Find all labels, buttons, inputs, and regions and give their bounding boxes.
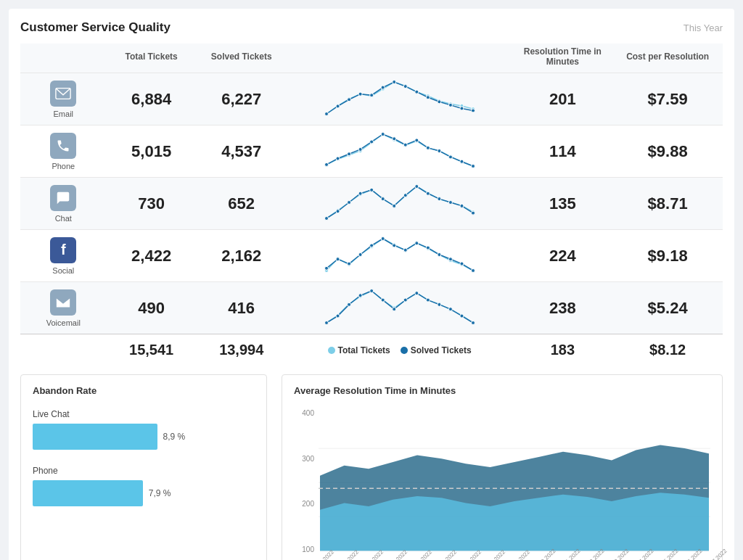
social-total-tickets: 2,422 [107, 230, 197, 282]
bar-fill-0 [33, 424, 157, 450]
metrics-table: Total Tickets Solved Tickets Resolution … [20, 44, 723, 363]
voicemail-total-tickets: 490 [107, 282, 197, 334]
bottom-section: Abandon Rate Live Chat8,9 %Phone7,9 % Av… [20, 374, 723, 560]
social-cost: $9.18 [612, 230, 723, 282]
svg-point-53 [437, 149, 440, 153]
bar-value-0: 8,9 % [163, 432, 186, 442]
page-title: Customer Service Quality [20, 20, 171, 35]
svg-point-19 [369, 94, 373, 97]
social-sparkline [287, 230, 513, 282]
social-solved-tickets: 2,162 [197, 230, 287, 282]
svg-point-78 [403, 194, 407, 197]
email-total-tickets: 6,884 [107, 73, 197, 125]
svg-point-15 [324, 112, 328, 116]
bar-item-1: Phone7,9 % [33, 466, 255, 506]
svg-point-52 [426, 146, 430, 149]
svg-point-139 [460, 314, 464, 318]
svg-point-45 [347, 152, 350, 156]
svg-point-103 [369, 244, 373, 247]
svg-point-20 [381, 86, 385, 89]
phone-sparkline [287, 125, 513, 178]
email-solved-tickets: 6,227 [197, 73, 287, 125]
svg-point-101 [347, 262, 350, 265]
svg-point-72 [336, 210, 340, 213]
svg-point-56 [471, 165, 475, 168]
svg-point-55 [460, 160, 464, 163]
svg-point-100 [336, 258, 340, 261]
bar-track-0: 8,9 % [33, 424, 255, 450]
chat-cost: $8.71 [612, 178, 723, 230]
channel-cell-phone: Phone [20, 125, 107, 178]
chat-label: Chat [55, 214, 72, 223]
chat-resolution-time: 135 [512, 178, 612, 230]
voicemail-sparkline [287, 282, 513, 334]
svg-point-138 [448, 308, 452, 311]
svg-point-73 [347, 201, 350, 205]
svg-point-26 [448, 103, 452, 107]
bar-fill-1 [33, 480, 143, 506]
email-cost: $7.59 [612, 73, 723, 125]
table-row: Chat730652135$8.71 [20, 178, 723, 230]
svg-point-21 [392, 81, 395, 84]
svg-point-48 [381, 133, 385, 136]
svg-point-133 [392, 308, 395, 311]
area-chart-svg [319, 409, 710, 554]
col-header-solved: Solved Tickets [197, 44, 287, 73]
abandon-rate-title: Abandon Rate [33, 385, 255, 396]
voicemail-cost: $5.24 [612, 282, 723, 334]
phone-cost: $9.88 [612, 125, 723, 178]
svg-point-80 [426, 192, 430, 195]
chat-total-tickets: 730 [107, 178, 197, 230]
chat-icon [50, 185, 76, 211]
voicemail-label: Voicemail [46, 318, 81, 327]
voicemail-icon [50, 289, 76, 316]
svg-point-43 [324, 162, 328, 166]
chat-sparkline [287, 178, 513, 230]
svg-point-25 [437, 100, 440, 104]
resolution-time-avg: 183 [512, 334, 612, 363]
svg-point-105 [392, 244, 395, 247]
voicemail-resolution-time: 238 [512, 282, 612, 334]
svg-point-99 [324, 266, 328, 270]
y-label-100: 100 [294, 545, 314, 553]
svg-point-82 [448, 201, 452, 205]
svg-point-130 [358, 294, 362, 297]
phone-total-tickets: 5,015 [107, 125, 197, 178]
svg-point-50 [403, 143, 407, 147]
svg-point-129 [347, 302, 350, 306]
legend-cell: Total Tickets Solved Tickets [287, 334, 513, 363]
svg-point-83 [460, 204, 464, 207]
bar-value-1: 7,9 % [149, 488, 171, 498]
phone-icon [50, 133, 76, 159]
svg-point-137 [437, 302, 440, 306]
svg-point-22 [403, 85, 407, 88]
svg-point-46 [358, 147, 362, 151]
col-header-res-time: Resolution Time in Minutes [512, 44, 612, 73]
svg-point-81 [437, 197, 440, 201]
svg-point-108 [426, 246, 430, 250]
phone-solved-tickets: 4,537 [197, 125, 287, 178]
svg-point-102 [358, 253, 362, 257]
table-row: fSocial2,4222,162224$9.18 [20, 230, 723, 282]
email-label: Email [54, 110, 74, 118]
svg-point-54 [448, 155, 452, 159]
svg-point-131 [369, 289, 373, 293]
bar-label-1: Phone [33, 466, 255, 476]
table-row: Phone5,0154,537114$9.88 [20, 125, 723, 178]
social-label: Social [52, 266, 74, 275]
svg-point-71 [324, 217, 328, 221]
table-row: Voicemail490416238$5.24 [20, 282, 723, 334]
solved-tickets-sum: 13,994 [197, 334, 287, 363]
svg-point-51 [414, 139, 418, 142]
social-icon: f [50, 237, 76, 263]
svg-point-107 [414, 242, 418, 245]
y-label-300: 300 [294, 455, 314, 463]
resolution-chart-title: Average Resolution Time in Minutes [294, 385, 710, 396]
svg-point-136 [426, 298, 430, 302]
svg-point-76 [381, 197, 385, 201]
svg-point-106 [403, 248, 407, 252]
svg-point-127 [324, 321, 328, 325]
svg-point-49 [392, 137, 395, 141]
col-header-channel [20, 44, 107, 73]
channel-cell-voicemail: Voicemail [20, 282, 107, 334]
